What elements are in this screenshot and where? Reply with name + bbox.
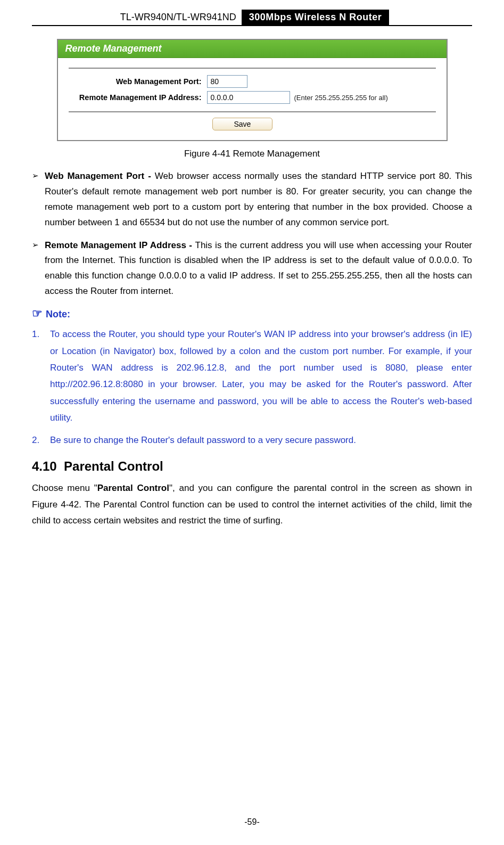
bullet-web-port: ➢ Web Management Port - Web browser acce… (32, 169, 472, 231)
remote-ip-label: Remote Management IP Address: (69, 93, 207, 102)
bullet-bold: Web Management Port - (45, 171, 155, 181)
note-text: To access the Router, you should type yo… (50, 326, 472, 426)
figure-remote-management: Remote Management Web Management Port: R… (57, 39, 448, 159)
bullet-bold: Remote Management IP Address - (45, 240, 195, 250)
remote-ip-hint: (Enter 255.255.255.255 for all) (294, 94, 388, 102)
figure-titlebar: Remote Management (58, 40, 447, 58)
note-text: Be sure to change the Router's default p… (50, 432, 472, 448)
web-port-input[interactable] (207, 75, 247, 88)
para-pre: Choose menu " (32, 483, 97, 493)
save-button[interactable]: Save (212, 118, 273, 130)
figure-caption: Figure 4-41 Remote Management (57, 149, 448, 159)
header-model: TL-WR940N/TL-WR941ND (115, 10, 242, 25)
note-label: Note: (46, 309, 70, 319)
section-title: Parental Control (64, 459, 163, 473)
note-heading: ☞Note: (32, 307, 472, 321)
section-heading: 4.10 Parental Control (32, 459, 472, 474)
bullet-remote-ip: ➢ Remote Management IP Address - This is… (32, 238, 472, 300)
web-port-label: Web Management Port: (69, 77, 207, 86)
note-number: 2. (32, 432, 50, 448)
remote-ip-input[interactable] (207, 91, 290, 104)
note-item-2: 2. Be sure to change the Router's defaul… (32, 432, 472, 448)
figure-separator-top (69, 68, 436, 69)
hand-point-icon: ☞ (32, 307, 43, 320)
section-number: 4.10 (32, 459, 57, 473)
para-bold: Parental Control (97, 483, 169, 493)
header-divider (32, 25, 472, 26)
bullet-marker-icon: ➢ (32, 238, 45, 300)
page-header: TL-WR940N/TL-WR941ND 300Mbps Wireless N … (32, 10, 472, 25)
page-number: -59- (0, 817, 504, 827)
header-product: 300Mbps Wireless N Router (242, 10, 389, 25)
note-item-1: 1. To access the Router, you should type… (32, 326, 472, 426)
section-paragraph: Choose menu "Parental Control", and you … (32, 480, 472, 529)
note-number: 1. (32, 326, 50, 426)
bullet-marker-icon: ➢ (32, 169, 45, 231)
